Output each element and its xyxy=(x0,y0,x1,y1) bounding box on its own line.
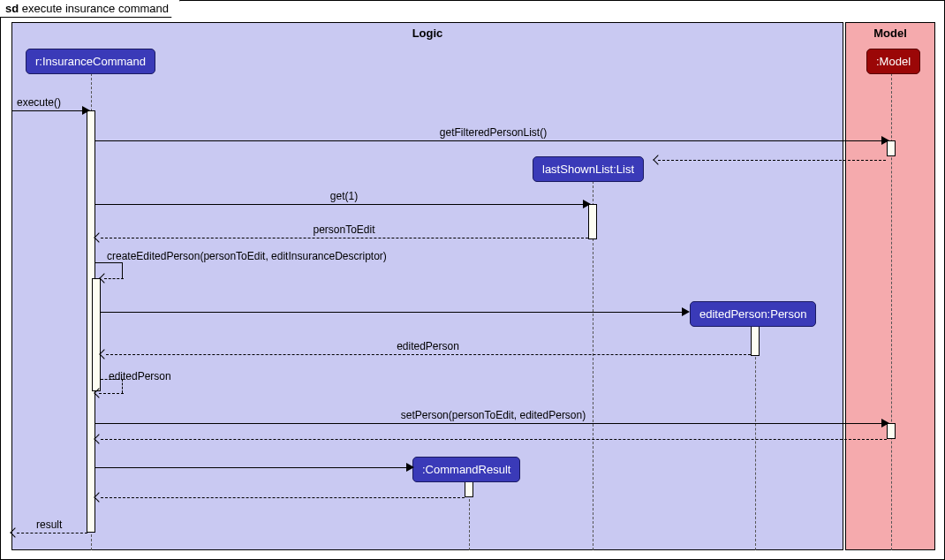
region-logic-title: Logic xyxy=(12,26,843,40)
msg-execute-label: execute() xyxy=(17,96,61,109)
msg-person-to-edit-label: personToEdit xyxy=(95,223,593,236)
msg-result: result xyxy=(11,522,91,536)
msg-result-label: result xyxy=(36,518,62,531)
frame-title: execute insurance command xyxy=(22,2,169,15)
msg-create-edited-person xyxy=(95,262,131,280)
region-model-title: Model xyxy=(846,26,934,40)
msg-execute: execute() xyxy=(11,100,91,114)
msg-create-command-result xyxy=(95,457,416,471)
msg-edited-person-return-label: editedPerson xyxy=(101,340,755,352)
participant-insurance-command: r:InsuranceCommand xyxy=(26,49,155,74)
participant-edited-person: editedPerson:Person xyxy=(690,301,816,327)
msg-get-filtered-person-list-label: getFilteredPersonList() xyxy=(95,126,891,139)
participant-last-shown-list: lastShownList:List xyxy=(533,156,644,182)
msg-get-1: get(1) xyxy=(95,193,593,208)
msg-get-filtered-person-list: getFilteredPersonList() xyxy=(95,130,891,144)
participant-command-result: :CommandResult xyxy=(412,457,520,482)
msg-create-edited-person-label: createEditedPerson(personToEdit, editIns… xyxy=(107,250,387,262)
sd-keyword: sd xyxy=(5,2,19,15)
msg-set-person-return xyxy=(95,428,891,443)
msg-person-to-edit: personToEdit xyxy=(95,227,593,241)
msg-command-result-return xyxy=(95,487,469,501)
msg-set-person: setPerson(personToEdit, editedPerson) xyxy=(95,412,891,427)
participant-model: :Model xyxy=(866,49,920,74)
msg-create-edited-person-arrow xyxy=(101,301,694,315)
msg-get-1-label: get(1) xyxy=(95,190,593,202)
msg-edited-person-return: editedPerson xyxy=(101,344,755,358)
frame-label: sd execute insurance command xyxy=(0,0,180,18)
activation-insurance-command-nested xyxy=(92,278,101,391)
msg-set-person-label: setPerson(personToEdit, editedPerson) xyxy=(95,409,891,421)
msg-return-last-shown-list xyxy=(654,149,891,163)
msg-edited-person-self-label: editedPerson xyxy=(109,370,171,382)
sequence-diagram-frame: sd execute insurance command Logic Model… xyxy=(0,0,945,560)
region-model: Model xyxy=(845,22,935,550)
